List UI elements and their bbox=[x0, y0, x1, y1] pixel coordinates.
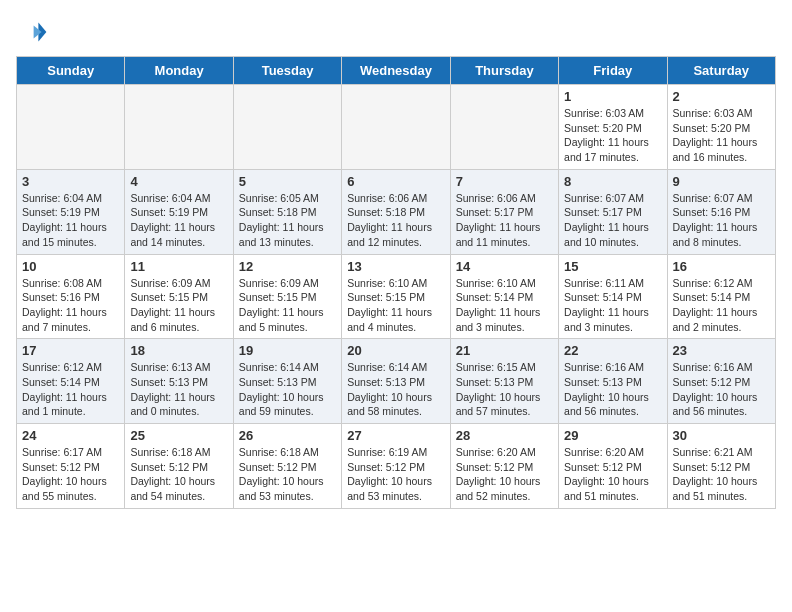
day-number: 2 bbox=[673, 89, 770, 104]
calendar-cell: 25Sunrise: 6:18 AM Sunset: 5:12 PM Dayli… bbox=[125, 424, 233, 509]
calendar-cell: 14Sunrise: 6:10 AM Sunset: 5:14 PM Dayli… bbox=[450, 254, 558, 339]
day-number: 17 bbox=[22, 343, 119, 358]
day-info: Sunrise: 6:14 AM Sunset: 5:13 PM Dayligh… bbox=[347, 360, 444, 419]
calendar-day-header: Tuesday bbox=[233, 57, 341, 85]
calendar-cell: 5Sunrise: 6:05 AM Sunset: 5:18 PM Daylig… bbox=[233, 169, 341, 254]
day-number: 29 bbox=[564, 428, 661, 443]
calendar-week-row: 3Sunrise: 6:04 AM Sunset: 5:19 PM Daylig… bbox=[17, 169, 776, 254]
calendar-week-row: 10Sunrise: 6:08 AM Sunset: 5:16 PM Dayli… bbox=[17, 254, 776, 339]
calendar-cell bbox=[233, 85, 341, 170]
calendar-cell: 7Sunrise: 6:06 AM Sunset: 5:17 PM Daylig… bbox=[450, 169, 558, 254]
calendar-cell: 2Sunrise: 6:03 AM Sunset: 5:20 PM Daylig… bbox=[667, 85, 775, 170]
calendar-cell: 29Sunrise: 6:20 AM Sunset: 5:12 PM Dayli… bbox=[559, 424, 667, 509]
day-number: 10 bbox=[22, 259, 119, 274]
calendar-cell: 24Sunrise: 6:17 AM Sunset: 5:12 PM Dayli… bbox=[17, 424, 125, 509]
day-number: 16 bbox=[673, 259, 770, 274]
calendar-header-row: SundayMondayTuesdayWednesdayThursdayFrid… bbox=[17, 57, 776, 85]
day-number: 21 bbox=[456, 343, 553, 358]
day-info: Sunrise: 6:06 AM Sunset: 5:17 PM Dayligh… bbox=[456, 191, 553, 250]
day-number: 22 bbox=[564, 343, 661, 358]
calendar-cell: 20Sunrise: 6:14 AM Sunset: 5:13 PM Dayli… bbox=[342, 339, 450, 424]
day-number: 27 bbox=[347, 428, 444, 443]
day-info: Sunrise: 6:10 AM Sunset: 5:15 PM Dayligh… bbox=[347, 276, 444, 335]
day-number: 9 bbox=[673, 174, 770, 189]
calendar-day-header: Sunday bbox=[17, 57, 125, 85]
day-info: Sunrise: 6:13 AM Sunset: 5:13 PM Dayligh… bbox=[130, 360, 227, 419]
calendar-cell: 22Sunrise: 6:16 AM Sunset: 5:13 PM Dayli… bbox=[559, 339, 667, 424]
day-number: 6 bbox=[347, 174, 444, 189]
day-info: Sunrise: 6:19 AM Sunset: 5:12 PM Dayligh… bbox=[347, 445, 444, 504]
logo-icon bbox=[16, 16, 48, 48]
day-number: 5 bbox=[239, 174, 336, 189]
calendar-cell: 27Sunrise: 6:19 AM Sunset: 5:12 PM Dayli… bbox=[342, 424, 450, 509]
calendar-week-row: 17Sunrise: 6:12 AM Sunset: 5:14 PM Dayli… bbox=[17, 339, 776, 424]
day-number: 4 bbox=[130, 174, 227, 189]
day-info: Sunrise: 6:04 AM Sunset: 5:19 PM Dayligh… bbox=[22, 191, 119, 250]
day-number: 14 bbox=[456, 259, 553, 274]
calendar-cell: 16Sunrise: 6:12 AM Sunset: 5:14 PM Dayli… bbox=[667, 254, 775, 339]
day-info: Sunrise: 6:05 AM Sunset: 5:18 PM Dayligh… bbox=[239, 191, 336, 250]
calendar-day-header: Thursday bbox=[450, 57, 558, 85]
calendar-cell: 28Sunrise: 6:20 AM Sunset: 5:12 PM Dayli… bbox=[450, 424, 558, 509]
day-info: Sunrise: 6:08 AM Sunset: 5:16 PM Dayligh… bbox=[22, 276, 119, 335]
day-info: Sunrise: 6:10 AM Sunset: 5:14 PM Dayligh… bbox=[456, 276, 553, 335]
page-container: SundayMondayTuesdayWednesdayThursdayFrid… bbox=[16, 16, 776, 509]
calendar-cell: 1Sunrise: 6:03 AM Sunset: 5:20 PM Daylig… bbox=[559, 85, 667, 170]
day-number: 8 bbox=[564, 174, 661, 189]
calendar-cell: 13Sunrise: 6:10 AM Sunset: 5:15 PM Dayli… bbox=[342, 254, 450, 339]
calendar-cell: 6Sunrise: 6:06 AM Sunset: 5:18 PM Daylig… bbox=[342, 169, 450, 254]
day-number: 23 bbox=[673, 343, 770, 358]
day-number: 13 bbox=[347, 259, 444, 274]
calendar-cell: 30Sunrise: 6:21 AM Sunset: 5:12 PM Dayli… bbox=[667, 424, 775, 509]
day-number: 7 bbox=[456, 174, 553, 189]
calendar-day-header: Wednesday bbox=[342, 57, 450, 85]
calendar-cell: 19Sunrise: 6:14 AM Sunset: 5:13 PM Dayli… bbox=[233, 339, 341, 424]
calendar-cell: 12Sunrise: 6:09 AM Sunset: 5:15 PM Dayli… bbox=[233, 254, 341, 339]
day-number: 11 bbox=[130, 259, 227, 274]
calendar-cell: 3Sunrise: 6:04 AM Sunset: 5:19 PM Daylig… bbox=[17, 169, 125, 254]
day-info: Sunrise: 6:20 AM Sunset: 5:12 PM Dayligh… bbox=[564, 445, 661, 504]
calendar-day-header: Monday bbox=[125, 57, 233, 85]
calendar-day-header: Saturday bbox=[667, 57, 775, 85]
day-info: Sunrise: 6:21 AM Sunset: 5:12 PM Dayligh… bbox=[673, 445, 770, 504]
calendar-cell: 17Sunrise: 6:12 AM Sunset: 5:14 PM Dayli… bbox=[17, 339, 125, 424]
calendar-cell bbox=[342, 85, 450, 170]
calendar-cell bbox=[125, 85, 233, 170]
calendar-cell: 21Sunrise: 6:15 AM Sunset: 5:13 PM Dayli… bbox=[450, 339, 558, 424]
calendar-cell: 23Sunrise: 6:16 AM Sunset: 5:12 PM Dayli… bbox=[667, 339, 775, 424]
day-info: Sunrise: 6:03 AM Sunset: 5:20 PM Dayligh… bbox=[564, 106, 661, 165]
day-info: Sunrise: 6:07 AM Sunset: 5:16 PM Dayligh… bbox=[673, 191, 770, 250]
day-info: Sunrise: 6:07 AM Sunset: 5:17 PM Dayligh… bbox=[564, 191, 661, 250]
calendar-cell: 10Sunrise: 6:08 AM Sunset: 5:16 PM Dayli… bbox=[17, 254, 125, 339]
day-number: 1 bbox=[564, 89, 661, 104]
day-info: Sunrise: 6:20 AM Sunset: 5:12 PM Dayligh… bbox=[456, 445, 553, 504]
day-number: 19 bbox=[239, 343, 336, 358]
calendar-week-row: 1Sunrise: 6:03 AM Sunset: 5:20 PM Daylig… bbox=[17, 85, 776, 170]
day-info: Sunrise: 6:11 AM Sunset: 5:14 PM Dayligh… bbox=[564, 276, 661, 335]
day-info: Sunrise: 6:17 AM Sunset: 5:12 PM Dayligh… bbox=[22, 445, 119, 504]
day-info: Sunrise: 6:09 AM Sunset: 5:15 PM Dayligh… bbox=[130, 276, 227, 335]
day-number: 18 bbox=[130, 343, 227, 358]
day-number: 24 bbox=[22, 428, 119, 443]
calendar-day-header: Friday bbox=[559, 57, 667, 85]
calendar-week-row: 24Sunrise: 6:17 AM Sunset: 5:12 PM Dayli… bbox=[17, 424, 776, 509]
calendar-cell: 26Sunrise: 6:18 AM Sunset: 5:12 PM Dayli… bbox=[233, 424, 341, 509]
day-number: 28 bbox=[456, 428, 553, 443]
day-info: Sunrise: 6:16 AM Sunset: 5:13 PM Dayligh… bbox=[564, 360, 661, 419]
day-number: 26 bbox=[239, 428, 336, 443]
day-info: Sunrise: 6:15 AM Sunset: 5:13 PM Dayligh… bbox=[456, 360, 553, 419]
page-header bbox=[16, 16, 776, 48]
day-info: Sunrise: 6:09 AM Sunset: 5:15 PM Dayligh… bbox=[239, 276, 336, 335]
calendar-cell bbox=[450, 85, 558, 170]
day-info: Sunrise: 6:04 AM Sunset: 5:19 PM Dayligh… bbox=[130, 191, 227, 250]
day-number: 3 bbox=[22, 174, 119, 189]
day-number: 12 bbox=[239, 259, 336, 274]
calendar-cell: 15Sunrise: 6:11 AM Sunset: 5:14 PM Dayli… bbox=[559, 254, 667, 339]
day-info: Sunrise: 6:18 AM Sunset: 5:12 PM Dayligh… bbox=[130, 445, 227, 504]
calendar-cell: 8Sunrise: 6:07 AM Sunset: 5:17 PM Daylig… bbox=[559, 169, 667, 254]
day-info: Sunrise: 6:03 AM Sunset: 5:20 PM Dayligh… bbox=[673, 106, 770, 165]
day-number: 15 bbox=[564, 259, 661, 274]
day-number: 30 bbox=[673, 428, 770, 443]
calendar-cell: 9Sunrise: 6:07 AM Sunset: 5:16 PM Daylig… bbox=[667, 169, 775, 254]
day-info: Sunrise: 6:12 AM Sunset: 5:14 PM Dayligh… bbox=[673, 276, 770, 335]
